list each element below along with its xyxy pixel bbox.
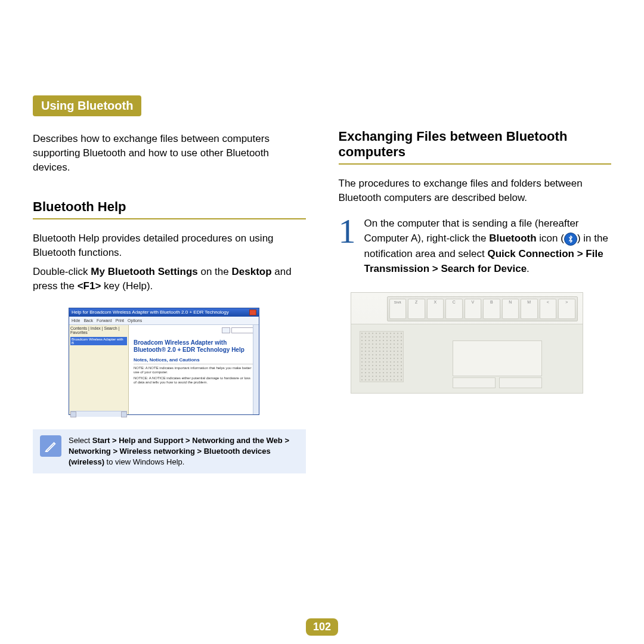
help-window-content: Broadcom Wireless Adapter with Bluetooth… (129, 325, 259, 414)
help-window-toolbar: Hide Back Forward Print Options (69, 317, 259, 325)
note-icon (40, 435, 61, 457)
exchange-heading: Exchanging Files between Bluetooth compu… (339, 129, 612, 165)
bluetooth-icon (564, 233, 577, 246)
section-badge: Using Bluetooth (33, 95, 141, 116)
step-1: 1 On the computer that is sending a file… (339, 216, 612, 277)
help-description-2: Double-click My Bluetooth Settings on th… (33, 265, 306, 293)
step-number: 1 (339, 216, 356, 277)
left-column: Using Bluetooth Describes how to exchang… (33, 95, 306, 473)
intro-text: Describes how to exchange files between … (33, 132, 306, 174)
speaker-grille (360, 331, 404, 382)
right-column: Exchanging Files between Bluetooth compu… (339, 95, 612, 473)
help-window-screenshot: Help for Broadcom Wireless Adapter with … (69, 308, 259, 415)
exchange-intro: The procedures to exchange files and fol… (339, 177, 612, 205)
tip-box: Select Start > Help and Support > Networ… (33, 429, 306, 474)
tip-text: Select Start > Help and Support > Networ… (69, 435, 299, 468)
touchpad (453, 340, 542, 376)
close-icon (249, 309, 256, 315)
help-window-title: Help for Broadcom Wireless Adapter with … (72, 309, 229, 315)
step-text: On the computer that is sending a file (… (364, 216, 612, 277)
help-window-nav: Contents | Index | Search | Favorites Br… (69, 325, 129, 414)
help-description-1: Bluetooth Help provides detailed procedu… (33, 231, 306, 260)
laptop-illustration: Shift Z X C V B N M < > (351, 292, 583, 394)
bluetooth-help-heading: Bluetooth Help (33, 199, 306, 219)
help-window-titlebar: Help for Broadcom Wireless Adapter with … (69, 308, 259, 317)
page-number: 102 (306, 618, 338, 636)
keyboard-row: Shift Z X C V B N M < > (387, 296, 578, 321)
touchpad-buttons (453, 377, 542, 388)
